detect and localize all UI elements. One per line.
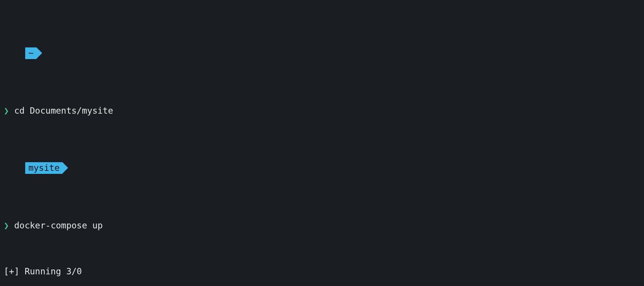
prompt-line-compose: ❯ docker-compose up bbox=[4, 220, 640, 231]
cwd-badge-row: mysite bbox=[4, 151, 640, 186]
running-header: [+] Running 3/0 bbox=[4, 266, 640, 277]
command-compose: docker-compose up bbox=[14, 221, 103, 230]
prompt-line-cd: ❯ cd Documents/mysite bbox=[4, 105, 640, 117]
prompt-glyph: ❯ bbox=[4, 106, 14, 116]
prompt-glyph: ❯ bbox=[4, 221, 14, 230]
terminal[interactable]: ~ ❯ cd Documents/mysite mysite ❯ docker-… bbox=[0, 0, 644, 286]
home-badge: ~ bbox=[25, 47, 36, 59]
cwd-badge: mysite bbox=[25, 162, 62, 174]
path-badge-row: ~ bbox=[4, 36, 640, 71]
command-cd: cd Documents/mysite bbox=[14, 106, 113, 116]
